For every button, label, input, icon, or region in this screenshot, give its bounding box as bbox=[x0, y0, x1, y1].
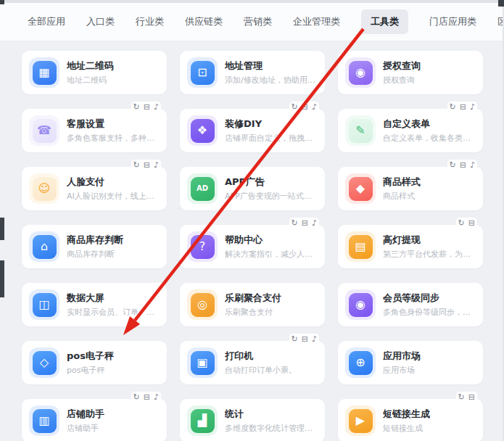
app-icon-halo: ? bbox=[187, 231, 218, 262]
tab-营销类[interactable]: 营销类 bbox=[244, 15, 272, 28]
note-icon[interactable]: ♪ bbox=[154, 102, 159, 112]
printer-icon[interactable]: ⊟ bbox=[468, 218, 475, 228]
refresh-icon[interactable]: ↻ bbox=[292, 218, 298, 228]
app-card[interactable]: ☎ 客服设置 多角色客服支持，多种服务入口。 ↻⊟♪ bbox=[22, 109, 167, 152]
app-title: 数据大屏 bbox=[67, 292, 160, 305]
app-card[interactable]: ⊡ 地址管理 添加/修改地址，协助用户更改信... bbox=[180, 51, 325, 94]
app-card-text: 授权查询 授权查询 bbox=[383, 59, 421, 86]
app-card[interactable]: ▣ 打印机 自动打印订单小票。 ↻⊟♪ bbox=[180, 341, 325, 384]
refresh-icon[interactable]: ↻ bbox=[450, 160, 456, 170]
app-card[interactable]: AD APP广告 APP广告变现的一站式解决方案 bbox=[180, 167, 325, 210]
app-card[interactable]: ▤ 高灯提现 第三方平台代发薪，为企业减税降... ↻⊟ bbox=[338, 225, 483, 268]
note-icon[interactable]: ♪ bbox=[470, 102, 475, 112]
app-icon: ✎ bbox=[349, 119, 373, 143]
app-card-text: 数据大屏 实时显示会员、订单、佣金、地... bbox=[67, 292, 160, 318]
refresh-icon[interactable]: ↻ bbox=[458, 218, 465, 228]
app-card[interactable]: ▦ 地址二维码 地址二维码 bbox=[22, 51, 167, 94]
app-icon-halo: ◉ bbox=[345, 289, 376, 320]
printer-icon[interactable]: ⊟ bbox=[302, 218, 308, 228]
app-description: 多角色身份等级同步，会员成长体... bbox=[383, 307, 476, 318]
app-card[interactable]: ▶ 短链接生成 短链接生成 ↻⊟ bbox=[338, 399, 483, 441]
app-icon: ◉ bbox=[349, 293, 373, 317]
app-card[interactable]: ⊕ 应用市场 应用市场 bbox=[338, 341, 483, 384]
note-icon[interactable]: ♪ bbox=[312, 218, 317, 228]
app-card[interactable]: ◇ pos电子秤 pos电子秤 bbox=[22, 341, 167, 384]
platform-badges: ↻⊟♪ bbox=[289, 218, 319, 228]
tab-全部应用[interactable]: 全部应用 bbox=[28, 15, 65, 28]
tab-供应链类[interactable]: 供应链类 bbox=[185, 15, 223, 28]
app-icon-halo: ▦ bbox=[29, 57, 59, 88]
app-icon-halo: ◎ bbox=[187, 289, 218, 320]
app-title: 商品库存判断 bbox=[67, 234, 123, 247]
app-description: APP广告变现的一站式解决方案 bbox=[225, 191, 318, 202]
app-title: 乐刷聚合支付 bbox=[225, 292, 281, 305]
tab-企业管理类[interactable]: 企业管理类 bbox=[293, 15, 340, 28]
app-card[interactable]: ✎ 自定义表单 自定义表单，收集各类信息。 ↻⊟♪ bbox=[338, 109, 483, 152]
printer-icon[interactable]: ⊟ bbox=[302, 102, 308, 112]
note-icon[interactable]: ♪ bbox=[470, 160, 475, 170]
note-icon[interactable]: ♪ bbox=[154, 160, 159, 170]
app-description: 商品库存判断 bbox=[67, 249, 123, 260]
printer-icon[interactable]: ⊟ bbox=[302, 334, 308, 344]
printer-icon[interactable]: ⊟ bbox=[460, 160, 466, 170]
refresh-icon[interactable]: ↻ bbox=[292, 102, 298, 112]
note-icon[interactable]: ♪ bbox=[154, 392, 159, 402]
app-card[interactable]: ◫ 数据大屏 实时显示会员、订单、佣金、地... bbox=[22, 283, 167, 326]
app-icon: ⊡ bbox=[191, 61, 215, 85]
app-description: 解决方案指引，减少人工工作量。 bbox=[225, 249, 318, 260]
app-card[interactable]: ▥ 店铺助手 店铺助手 ↻⊟♪ bbox=[22, 399, 167, 441]
app-icon: ☎ bbox=[33, 119, 57, 143]
refresh-icon[interactable]: ↻ bbox=[133, 392, 140, 402]
refresh-icon[interactable]: ↻ bbox=[458, 392, 465, 402]
app-icon: ⊕ bbox=[349, 351, 373, 375]
printer-icon[interactable]: ⊟ bbox=[468, 392, 475, 402]
app-icon: ▣ bbox=[191, 351, 215, 375]
app-icon-halo: ▤ bbox=[345, 231, 376, 262]
app-card[interactable]: ◉ 会员等级同步 多角色身份等级同步，会员成长体... bbox=[338, 283, 483, 326]
tab-行业类[interactable]: 行业类 bbox=[136, 15, 164, 28]
refresh-icon[interactable]: ↻ bbox=[133, 102, 140, 112]
app-description: 短链接生成 bbox=[383, 423, 430, 434]
app-card[interactable]: ◆ 商品样式 商品样式 ↻⊟♪ bbox=[338, 167, 483, 210]
printer-icon[interactable]: ⊟ bbox=[144, 160, 150, 170]
app-card[interactable]: ⌂ 商品库存判断 商品库存判断 bbox=[22, 225, 167, 268]
app-title: 客服设置 bbox=[67, 118, 160, 131]
app-card-text: pos电子秤 pos电子秤 bbox=[67, 350, 114, 376]
tab-工具类[interactable]: 工具类 bbox=[361, 9, 408, 34]
printer-icon[interactable]: ⊟ bbox=[460, 102, 466, 112]
app-card[interactable]: ☺ 人脸支付 AI人脸识别支付，线上支付即成线... ↻⊟♪ bbox=[22, 167, 167, 210]
app-card[interactable]: ◉ 授权查询 授权查询 bbox=[338, 51, 483, 94]
app-description: 多角色客服支持，多种服务入口。 bbox=[67, 133, 160, 144]
app-icon: ⌂ bbox=[33, 235, 57, 259]
tab-门店应用类[interactable]: 门店应用类 bbox=[429, 15, 476, 28]
app-card[interactable]: ❖ 装修DIY 店铺界面自定义，拖拽式操作，百... ↻⊟♪ bbox=[180, 109, 325, 152]
refresh-icon[interactable]: ↻ bbox=[450, 102, 456, 112]
app-icon-halo: ⌂ bbox=[29, 231, 59, 262]
refresh-icon[interactable]: ↻ bbox=[292, 334, 298, 344]
app-card[interactable]: ? 帮助中心 解决方案指引，减少人工工作量。 ↻⊟♪ bbox=[180, 225, 325, 268]
app-card[interactable]: ◎ 乐刷聚合支付 乐刷聚合支付 bbox=[180, 283, 325, 326]
app-title: 授权查询 bbox=[383, 59, 421, 73]
left-edge-widget-top bbox=[0, 218, 4, 240]
printer-icon[interactable]: ⊟ bbox=[144, 392, 150, 402]
tab-入口类[interactable]: 入口类 bbox=[86, 15, 115, 28]
app-icon-halo: ❖ bbox=[187, 115, 218, 146]
app-description: 乐刷聚合支付 bbox=[225, 307, 281, 318]
platform-badges: ↻⊟ bbox=[456, 392, 477, 402]
app-icon: ◉ bbox=[349, 61, 373, 85]
category-tabs: 全部应用入口类行业类供应链类营销类企业管理类工具类门店应用类区块链类 bbox=[0, 9, 504, 34]
app-icon: ▟ bbox=[191, 409, 215, 433]
app-card[interactable]: ▟ 统计 多维度数字化统计管理，深度了解... bbox=[180, 399, 325, 441]
app-icon-halo: AD bbox=[187, 173, 218, 204]
app-card-text: 高灯提现 第三方平台代发薪，为企业减税降... bbox=[383, 234, 476, 260]
note-icon[interactable]: ♪ bbox=[312, 334, 317, 344]
app-icon: ? bbox=[191, 235, 215, 259]
app-title: 装修DIY bbox=[225, 118, 318, 131]
platform-badges: ↻⊟♪ bbox=[289, 102, 319, 112]
refresh-icon[interactable]: ↻ bbox=[133, 160, 140, 170]
printer-icon[interactable]: ⊟ bbox=[144, 102, 150, 112]
app-icon-halo: ▥ bbox=[29, 405, 59, 436]
note-icon[interactable]: ♪ bbox=[312, 102, 317, 112]
app-icon-halo: ⊡ bbox=[187, 57, 218, 88]
app-description: AI人脸识别支付，线上支付即成线... bbox=[67, 191, 160, 202]
